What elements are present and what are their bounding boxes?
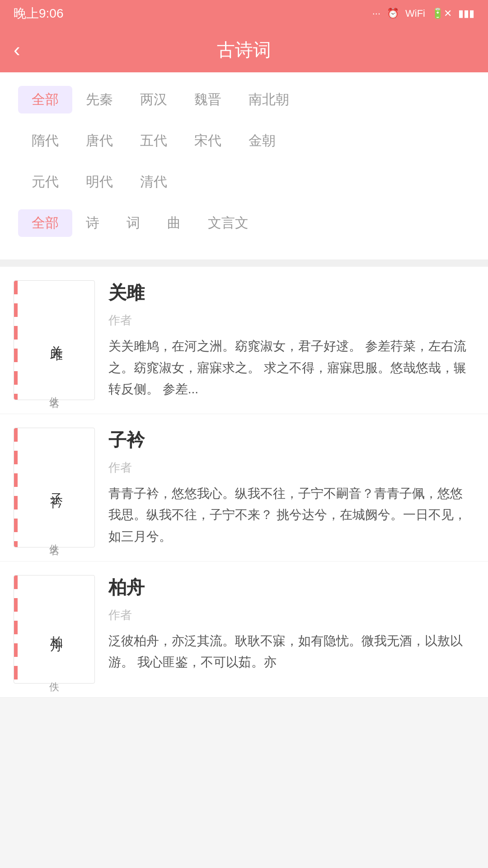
filter-type-词[interactable]: 词 xyxy=(113,209,154,237)
filter-dynasty-五代[interactable]: 五代 xyxy=(127,127,181,155)
poem-title-子衿: 子衿 xyxy=(108,428,474,453)
alarm-icon: ⏰ xyxy=(387,8,399,19)
cover-author-柏舟: 佚 xyxy=(47,674,61,676)
poem-excerpt-子衿: 青青子衿，悠悠我心。纵我不往，子宁不嗣音？青青子佩，悠悠我思。纵我不往，子宁不来… xyxy=(108,483,474,547)
back-button[interactable]: ‹ xyxy=(14,38,20,61)
cover-title-柏舟: 柏舟 xyxy=(44,583,65,674)
poem-item-子衿[interactable]: 子衿 佚名 子衿 作者 青青子衿，悠悠我心。纵我不往，子宁不嗣音？青青子佩，悠悠… xyxy=(0,414,488,561)
poem-content-子衿: 子衿 作者 青青子衿，悠悠我心。纵我不往，子宁不嗣音？青青子佩，悠悠我思。纵我不… xyxy=(108,428,474,547)
filter-dynasty-唐代[interactable]: 唐代 xyxy=(72,127,127,155)
filter-type-诗[interactable]: 诗 xyxy=(72,209,113,237)
top-bar: ‹ 古诗词 xyxy=(0,27,488,72)
filter-dynasty-全部[interactable]: 全部 xyxy=(18,86,72,113)
status-icons: ··· ⏰ WiFi 🔋✕ ▮▮▮ xyxy=(372,8,474,19)
filter-type-全部[interactable]: 全部 xyxy=(18,209,72,237)
filter-section: 全部 先秦 两汉 魏晋 南北朝 隋代 唐代 五代 宋代 金朝 元代 明代 清代 … xyxy=(0,72,488,259)
poem-item-关雎[interactable]: 关雎 佚名 关雎 作者 关关雎鸠，在河之洲。窈窕淑女，君子好逑。 参差荇菜，左右… xyxy=(0,267,488,414)
filter-dynasty-清代[interactable]: 清代 xyxy=(127,168,181,196)
filter-dynasty-隋代[interactable]: 隋代 xyxy=(18,127,72,155)
poem-author-label-柏舟: 作者 xyxy=(108,607,474,623)
poem-content-柏舟: 柏舟 作者 泛彼柏舟，亦泛其流。耿耿不寐，如有隐忧。微我无酒，以敖以游。 我心匪… xyxy=(108,575,474,684)
poem-title-柏舟: 柏舟 xyxy=(108,575,474,600)
status-time: 晚上9:06 xyxy=(14,5,64,22)
section-divider xyxy=(0,259,488,267)
filter-dynasty-两汉[interactable]: 两汉 xyxy=(127,86,181,113)
signal-icon: ··· xyxy=(372,8,380,19)
poem-item-柏舟[interactable]: 柏舟 佚 柏舟 作者 泛彼柏舟，亦泛其流。耿耿不寐，如有隐忧。微我无酒，以敖以游… xyxy=(0,561,488,698)
filter-type-文言文[interactable]: 文言文 xyxy=(194,209,262,237)
book-cover-关雎: 关雎 佚名 xyxy=(14,280,95,400)
filter-dynasty-魏晋[interactable]: 魏晋 xyxy=(181,86,235,113)
poem-author-label-子衿: 作者 xyxy=(108,460,474,476)
battery-x-icon: 🔋✕ xyxy=(432,8,452,19)
poem-title-关雎: 关雎 xyxy=(108,280,474,305)
poem-author-label-关雎: 作者 xyxy=(108,312,474,328)
type-filter-row: 全部 诗 词 曲 文言文 xyxy=(18,209,470,237)
status-bar: 晚上9:06 ··· ⏰ WiFi 🔋✕ ▮▮▮ xyxy=(0,0,488,27)
filter-type-曲[interactable]: 曲 xyxy=(154,209,194,237)
poem-excerpt-关雎: 关关雎鸠，在河之洲。窈窕淑女，君子好逑。 参差荇菜，左右流之。窈窕淑女，寤寐求之… xyxy=(108,335,474,400)
page-title: 古诗词 xyxy=(217,38,271,62)
book-cover-子衿: 子衿 佚名 xyxy=(14,428,95,547)
poem-excerpt-柏舟: 泛彼柏舟，亦泛其流。耿耿不寐，如有隐忧。微我无酒，以敖以游。 我心匪鉴，不可以茹… xyxy=(108,630,474,673)
cover-title-关雎: 关雎 xyxy=(44,288,65,389)
dynasty-filter-row3: 元代 明代 清代 xyxy=(18,168,470,196)
filter-dynasty-金朝[interactable]: 金朝 xyxy=(235,127,289,155)
poem-content-关雎: 关雎 作者 关关雎鸠，在河之洲。窈窕淑女，君子好逑。 参差荇菜，左右流之。窈窕淑… xyxy=(108,280,474,400)
cover-title-子衿: 子衿 xyxy=(44,435,65,536)
cover-author-子衿: 佚名 xyxy=(47,536,61,540)
filter-dynasty-明代[interactable]: 明代 xyxy=(72,168,127,196)
dynasty-filter-row2: 隋代 唐代 五代 宋代 金朝 xyxy=(18,127,470,155)
filter-dynasty-宋代[interactable]: 宋代 xyxy=(181,127,235,155)
filter-dynasty-元代[interactable]: 元代 xyxy=(18,168,72,196)
battery-icon: ▮▮▮ xyxy=(458,8,474,19)
cover-author-关雎: 佚名 xyxy=(47,389,61,392)
poem-list: 关雎 佚名 关雎 作者 关关雎鸠，在河之洲。窈窕淑女，君子好逑。 参差荇菜，左右… xyxy=(0,267,488,698)
filter-dynasty-南北朝[interactable]: 南北朝 xyxy=(235,86,303,113)
dynasty-filter-row1: 全部 先秦 两汉 魏晋 南北朝 xyxy=(18,86,470,113)
wifi-icon: WiFi xyxy=(405,8,425,19)
book-cover-柏舟: 柏舟 佚 xyxy=(14,575,95,684)
filter-dynasty-先秦[interactable]: 先秦 xyxy=(72,86,127,113)
